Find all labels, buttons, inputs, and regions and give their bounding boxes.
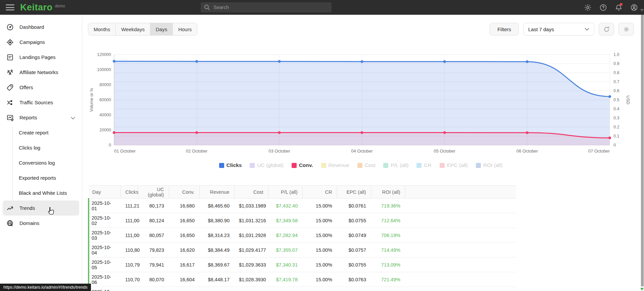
legend-item-revenue[interactable]: Revenue (321, 162, 349, 168)
table-row[interactable]: 2025-10-02111,0080,12416,650$8,380.90$1,… (89, 213, 516, 228)
legend-swatch (383, 163, 388, 168)
legend-item-conv-[interactable]: Conv. (292, 162, 313, 168)
refresh-button[interactable] (599, 23, 614, 36)
scrollbar-thumb[interactable] (641, 15, 644, 286)
table-cell: 2025-10-07 (89, 287, 120, 291)
legend-swatch (476, 163, 481, 168)
scroll-up-arrow-icon[interactable] (640, 9, 644, 11)
column-header[interactable]: P/L (all) (268, 186, 302, 198)
svg-text:0.8: 0.8 (613, 70, 619, 75)
sidebar-item-create-report[interactable]: Create report (0, 125, 82, 140)
tab-weekdays[interactable]: Weekdays (116, 23, 150, 35)
toolbar: MonthsWeekdaysDaysHours Filters Last 7 d… (88, 23, 634, 36)
sidebar-item-campaigns[interactable]: Campaigns (0, 35, 82, 50)
svg-text:0.5: 0.5 (613, 98, 619, 102)
account-avatar-icon[interactable] (630, 3, 638, 11)
table-row[interactable]: 2025-10-0764,4841,4579,648$4,863.04$517.… (89, 287, 516, 291)
env-label: demo (55, 4, 65, 8)
sidebar-item-traffic-sources[interactable]: Traffic Sources (0, 95, 82, 110)
table-cell: 9,648 (169, 287, 199, 291)
notifications-bell-icon[interactable] (614, 3, 623, 11)
table-row[interactable]: 2025-10-01111,2180,17316,680$8,465.60$1,… (89, 198, 516, 213)
legend-item-p-l-all-[interactable]: P/L (all) (383, 162, 408, 168)
legend-item-epc-all-[interactable]: EPC (all) (440, 162, 468, 168)
filters-button[interactable]: Filters (490, 23, 519, 36)
legend-item-cost[interactable]: Cost (357, 162, 376, 168)
main-content: MonthsWeekdaysDaysHours Filters Last 7 d… (82, 15, 641, 291)
svg-text:07 October: 07 October (588, 149, 610, 154)
sidebar-item-landings-pages[interactable]: Landings Pages (0, 50, 82, 65)
chart-legend: ClicksUC (global)Conv.RevenueCostP/L (al… (86, 162, 636, 168)
vertical-scrollbar[interactable] (641, 15, 644, 291)
table-cell: $8,465.60 (199, 198, 234, 213)
search-input[interactable] (213, 5, 328, 10)
sidebar-item-affiliate-networks[interactable]: Affiliate Networks (0, 65, 82, 80)
svg-text:1.0: 1.0 (613, 52, 619, 57)
table-cell: 16,650 (169, 228, 199, 243)
column-header[interactable]: UC (global) (138, 186, 169, 198)
menu-icon[interactable] (6, 4, 14, 10)
table-cell: $0.0755 (337, 213, 371, 228)
table-cell: 111,21 (120, 198, 138, 213)
legend-item-roi-all-[interactable]: ROI (all) (476, 162, 503, 168)
table-cell: 16,620 (169, 243, 199, 257)
tab-days[interactable]: Days (150, 23, 173, 35)
sidebar-item-reports[interactable]: Reports (0, 110, 82, 125)
table-row[interactable]: 2025-10-04110,8079,82316,620$8,384.49$1,… (89, 243, 516, 257)
tab-hours[interactable]: Hours (173, 23, 197, 35)
legend-item-cr[interactable]: CR (416, 162, 431, 168)
sidebar-item-dashboard[interactable]: Dashboard (0, 19, 82, 35)
column-header[interactable]: EPC (all) (337, 186, 371, 198)
legend-label: Cost (365, 162, 376, 168)
affiliate-networks-icon (6, 69, 14, 76)
table-row[interactable]: 2025-10-03111,0080,05716,650$8,314.23$1,… (89, 228, 516, 243)
trends-table-wrap: DayClicksUC (global)Conv.RevenueCostP/L … (88, 185, 516, 291)
column-header[interactable]: Conv. (169, 186, 199, 198)
table-row[interactable]: 2025-10-06110,7080,07016,604$8,448.17$1,… (89, 272, 516, 287)
column-header[interactable]: Cost (234, 186, 268, 198)
chart-settings-button[interactable] (618, 23, 634, 36)
sidebar: DashboardCampaignsLandings PagesAffiliat… (0, 15, 82, 291)
table-cell: 15.00% (302, 243, 337, 257)
svg-text:0: 0 (613, 143, 616, 148)
offers-icon: $ (6, 84, 14, 91)
sidebar-item-domains[interactable]: Domains (0, 216, 82, 231)
sidebar-item-offers[interactable]: $Offers (0, 80, 82, 95)
table-cell: $1,028.3930 (234, 272, 268, 287)
table-cell: $7,340.31 (268, 257, 302, 272)
column-header[interactable]: Revenue (199, 186, 234, 198)
column-header[interactable]: ROI (all) (371, 186, 405, 198)
sidebar-item-clicks-log[interactable]: Clicks log (0, 140, 82, 155)
trends-table: DayClicksUC (global)Conv.RevenueCostP/L … (88, 185, 516, 291)
table-cell: 80,173 (138, 198, 169, 213)
campaigns-icon (6, 39, 14, 46)
svg-text:120000: 120000 (97, 52, 111, 57)
scroll-down-arrow-icon[interactable] (640, 288, 644, 290)
svg-text:05 October: 05 October (434, 149, 456, 154)
date-range-select[interactable]: Last 7 days (523, 23, 594, 36)
logo[interactable]: Keitaro (20, 2, 53, 13)
sidebar-item-trends[interactable]: Trends (3, 200, 79, 216)
tab-months[interactable]: Months (88, 23, 116, 35)
sidebar-item-exported-reports[interactable]: Exported reports (0, 170, 82, 185)
column-header[interactable]: Day (89, 186, 120, 198)
legend-item-uc-global-[interactable]: UC (global) (250, 162, 283, 168)
svg-text:0: 0 (109, 143, 111, 148)
sidebar-item-black-and-white-lists[interactable]: Black and White Lists (0, 185, 82, 200)
table-row[interactable]: 2025-10-05110,7979,94116,617$8,369.67$1,… (89, 257, 516, 272)
legend-item-clicks[interactable]: Clicks (219, 162, 242, 168)
settings-gear-icon[interactable] (584, 3, 592, 11)
column-header[interactable]: CR (302, 186, 337, 198)
svg-text:02 October: 02 October (186, 149, 208, 154)
sidebar-item-conversions-log[interactable]: Conversions log (0, 155, 82, 170)
landing-pages-icon (6, 54, 14, 61)
table-cell: $0.0761 (337, 198, 371, 213)
search-box[interactable] (201, 2, 332, 12)
help-icon[interactable] (599, 3, 607, 11)
period-tabs: MonthsWeekdaysDaysHours (88, 23, 197, 36)
sidebar-item-label: Offers (19, 84, 33, 90)
legend-label: UC (global) (257, 162, 283, 168)
column-header[interactable]: Clicks (120, 186, 138, 198)
svg-text:0.4: 0.4 (613, 107, 619, 111)
chevron-down-icon (71, 115, 75, 120)
